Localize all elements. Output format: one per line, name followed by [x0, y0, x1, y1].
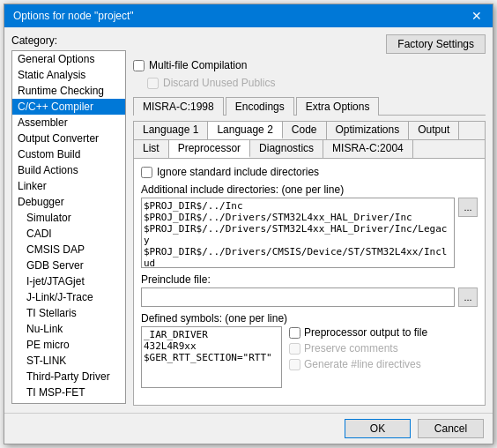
generate-hash-line-checkbox[interactable] [289, 359, 300, 370]
sidebar-item-cmsis-dap[interactable]: CMSIS DAP [12, 242, 125, 258]
discard-unused-publics-checkbox[interactable] [147, 78, 159, 89]
tabs-row1: MISRA-C:1998 Encodings Extra Options [133, 94, 486, 116]
sidebar-item-simulator[interactable]: Simulator [12, 210, 125, 226]
discard-unused-publics-row: Discard Unused Publics [147, 77, 486, 89]
preserve-comments-checkbox[interactable] [289, 343, 300, 355]
additional-include-box-row: ... [141, 198, 478, 268]
sidebar-item-ti-msp-fet[interactable]: TI MSP-FET [12, 385, 125, 400]
tabs-row2: Language 1 Language 2 Code Optimizations… [134, 122, 485, 140]
generate-hash-line-row: Generate #line directives [289, 358, 427, 370]
ignore-std-include-checkbox[interactable] [141, 167, 152, 178]
additional-include-section: Additional include directories: (one per… [141, 183, 478, 268]
sidebar-item-general-options[interactable]: General Options [12, 51, 125, 67]
defined-symbols-label: Defined symbols: (one per line) [141, 312, 478, 325]
preprocessor-output-label: Preprocessor output to file [304, 326, 427, 339]
preserve-comments-label: Preserve comments [304, 342, 398, 355]
main-panel: Factory Settings Multi-file Compilation … [133, 34, 486, 406]
tab-optimizations[interactable]: Optimizations [327, 122, 410, 139]
sidebar: Category: General OptionsStatic Analysis… [11, 34, 126, 406]
preserve-comments-row: Preserve comments [289, 342, 427, 355]
additional-include-browse-btn[interactable]: ... [458, 198, 478, 217]
tab-extra-options[interactable]: Extra Options [296, 97, 380, 116]
sidebar-item-gdb-server[interactable]: GDB Server [12, 258, 125, 273]
preinclude-section: Preinclude file: ... [141, 273, 478, 307]
generate-hash-line-label: Generate #line directives [304, 358, 421, 370]
sidebar-item-linker[interactable]: Linker [12, 178, 125, 194]
ignore-std-include-row: Ignore standard include directories [141, 166, 478, 178]
ok-button[interactable]: OK [345, 419, 411, 438]
discard-unused-publics-label: Discard Unused Publics [163, 77, 275, 89]
sidebar-item-i-jet-jtagjet[interactable]: I-jet/JTAGjet [12, 273, 125, 289]
tab-list[interactable]: List [134, 140, 169, 158]
tab-misra-c-2004[interactable]: MISRA-C:2004 [323, 140, 413, 158]
tab-preprocessor[interactable]: Preprocessor [169, 140, 250, 158]
defined-symbols-section: Defined symbols: (one per line) Preproce… [141, 312, 478, 388]
additional-include-textarea[interactable] [141, 198, 455, 268]
dialog-title: Options for node "project" [13, 10, 134, 22]
sidebar-item-third-party-driver[interactable]: Third-Party Driver [12, 369, 125, 385]
tab-language-2[interactable]: Language 2 [208, 122, 282, 139]
cancel-button[interactable]: Cancel [418, 419, 484, 438]
sidebar-item-c-cpp-compiler[interactable]: C/C++ Compiler [12, 99, 125, 115]
close-button[interactable]: ✕ [470, 10, 484, 22]
sidebar-item-static-analysis[interactable]: Static Analysis [12, 67, 125, 83]
sidebar-item-build-actions[interactable]: Build Actions [12, 162, 125, 178]
sidebar-item-debugger[interactable]: Debugger [12, 194, 125, 210]
tab-diagnostics[interactable]: Diagnostics [250, 140, 323, 158]
preprocessor-output-row: Preprocessor output to file [289, 326, 427, 339]
tab-encodings[interactable]: Encodings [226, 97, 294, 116]
sidebar-item-nu-link[interactable]: Nu-Link [12, 321, 125, 337]
category-label: Category: [11, 34, 126, 47]
dialog: Options for node "project" ✕ Category: G… [4, 4, 493, 444]
tab-output[interactable]: Output [409, 122, 459, 139]
preprocessor-output-checkbox[interactable] [289, 327, 300, 339]
multifile-compilation-row: Multi-file Compilation [133, 59, 486, 71]
defined-sym-row: Preprocessor output to file Preserve com… [141, 326, 478, 388]
sidebar-item-runtime-checking[interactable]: Runtime Checking [12, 83, 125, 99]
sidebar-item-assembler[interactable]: Assembler [12, 115, 125, 131]
preinclude-browse-btn[interactable]: ... [458, 287, 478, 307]
preinclude-label: Preinclude file: [141, 273, 478, 286]
tabs-row3: List Preprocessor Diagnostics MISRA-C:20… [134, 140, 485, 159]
factory-settings-button[interactable]: Factory Settings [386, 34, 486, 54]
sidebar-item-cadi[interactable]: CADI [12, 226, 125, 242]
sidebar-item-st-link[interactable]: ST-LINK [12, 353, 125, 369]
tab-language-1[interactable]: Language 1 [134, 122, 208, 139]
ignore-std-include-label: Ignore standard include directories [157, 166, 319, 178]
multifile-compilation-label: Multi-file Compilation [149, 59, 247, 71]
defined-symbols-textarea[interactable] [141, 326, 282, 388]
additional-include-label: Additional include directories: (one per… [141, 183, 478, 196]
sidebar-item-j-link-j-trace[interactable]: J-Link/J-Trace [12, 289, 125, 305]
tab-content: Ignore standard include directories Addi… [134, 159, 485, 395]
multifile-compilation-checkbox[interactable] [133, 60, 145, 71]
title-bar: Options for node "project" ✕ [4, 4, 493, 27]
sidebar-item-ti-stellaris[interactable]: TI Stellaris [12, 305, 125, 321]
sidebar-item-output-converter[interactable]: Output Converter [12, 131, 125, 146]
sidebar-item-custom-build[interactable]: Custom Build [12, 146, 125, 162]
prepro-options: Preprocessor output to file Preserve com… [289, 326, 427, 370]
tab-panel: Language 1 Language 2 Code Optimizations… [133, 121, 486, 406]
factory-btn-row: Factory Settings [133, 34, 486, 54]
sidebar-item-ti-xds[interactable]: TI XDS [12, 400, 125, 404]
dialog-footer: OK Cancel [4, 413, 493, 444]
sidebar-list: General OptionsStatic AnalysisRuntime Ch… [11, 50, 126, 404]
preinclude-input[interactable] [141, 287, 455, 307]
tab-code[interactable]: Code [283, 122, 327, 139]
dialog-content: Category: General OptionsStatic Analysis… [4, 27, 493, 413]
preinclude-row: ... [141, 287, 478, 307]
tab-misra-c-1998[interactable]: MISRA-C:1998 [133, 97, 224, 116]
sidebar-item-pe-micro[interactable]: PE micro [12, 337, 125, 353]
